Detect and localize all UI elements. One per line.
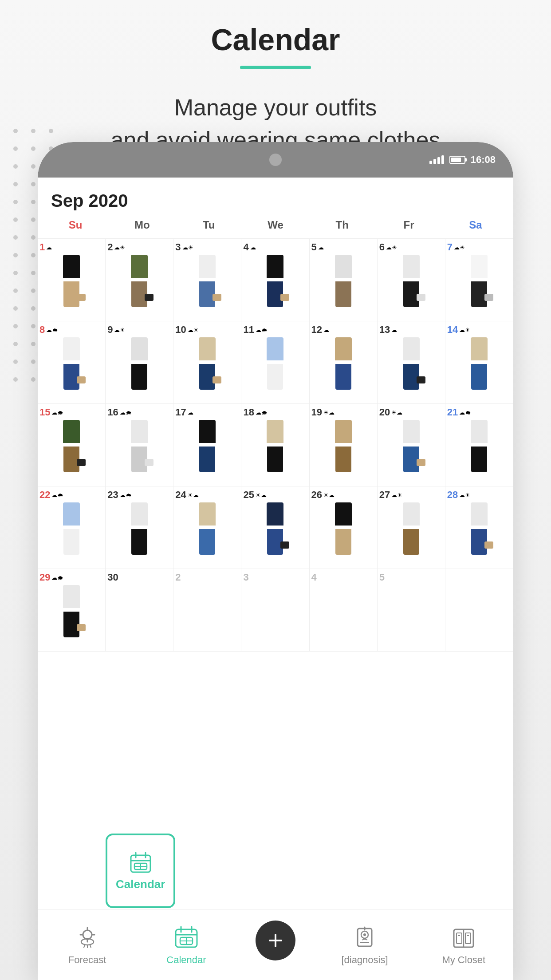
calendar-day-cell[interactable]: 9☁☀	[106, 321, 173, 403]
calendar-icon	[173, 924, 200, 951]
outfit-top	[131, 502, 148, 526]
calendar-day-cell[interactable]: 2	[173, 569, 241, 651]
calendar-day-cell[interactable]: 24☀☁	[173, 486, 241, 569]
nav-item-closet[interactable]: My Closet	[414, 924, 513, 966]
nav-label-calendar: Calendar	[166, 954, 206, 966]
cell-date-number: 10	[175, 324, 186, 336]
cell-weather: ☁🌧	[120, 409, 131, 416]
svg-rect-25	[457, 933, 462, 944]
svg-line-8	[90, 945, 91, 948]
cell-weather: ☁	[46, 244, 52, 251]
svg-line-6	[84, 945, 85, 948]
outfit-bottom	[131, 364, 147, 390]
cell-weather: ☁	[188, 409, 193, 416]
calendar-day-cell[interactable]: 11☁🌧	[241, 321, 309, 403]
cell-date-number: 6	[379, 241, 385, 253]
outfit-visualization	[124, 255, 154, 307]
calendar-day-cell[interactable]: 8☁🌧	[38, 321, 106, 403]
cell-date-number: 16	[107, 407, 118, 418]
calendar-day-cell[interactable]: 1☁	[38, 239, 106, 321]
cell-weather: ☀☁	[188, 492, 199, 498]
weekday-sa: Sa	[442, 215, 509, 235]
calendar-day-cell[interactable]: 18☁🌧	[241, 404, 309, 486]
calendar-day-cell[interactable]: 4	[310, 569, 378, 651]
outfit-bottom	[267, 447, 283, 472]
calendar-week-2: 8☁🌧9☁☀10☁☀11☁🌧12☁13☁14☁☀	[38, 321, 513, 404]
cell-date-number: 11	[243, 324, 254, 336]
add-button[interactable]	[256, 921, 295, 960]
outfit-visualization	[396, 502, 426, 555]
calendar-week-1: 1☁2☁☀3☁☀4☁5☁6☁☀7☁☀	[38, 239, 513, 321]
outfit-top	[471, 420, 488, 443]
nav-item-calendar[interactable]: Calendar	[137, 924, 236, 966]
cell-date-number: 25	[243, 489, 254, 501]
cell-date-number: 2	[107, 241, 113, 253]
outfit-visualization	[464, 420, 494, 472]
title-area: Calendar Manage your outfits and avoid w…	[0, 22, 551, 156]
calendar-day-cell[interactable]: 15☁🌧	[38, 404, 106, 486]
nav-item-add[interactable]	[236, 921, 315, 969]
calendar-day-cell[interactable]: 5☁	[310, 239, 378, 321]
closet-icon	[450, 924, 477, 951]
calendar-day-cell[interactable]: 22☁🌧	[38, 486, 106, 569]
cell-weather: ☁🌧	[256, 409, 267, 416]
forecast-icon	[74, 924, 101, 951]
calendar-day-cell[interactable]: 3	[241, 569, 309, 651]
calendar-day-cell[interactable]: 27☁☀	[378, 486, 445, 569]
calendar-day-cell[interactable]: 4☁	[241, 239, 309, 321]
nav-item-forecast[interactable]: Forecast	[38, 924, 137, 966]
calendar-day-cell[interactable]: 16☁🌧	[106, 404, 173, 486]
outfit-bottom	[403, 529, 419, 555]
outfit-top	[63, 420, 80, 443]
cell-date-number: 5	[311, 241, 317, 253]
calendar-week-4: 22☁🌧23☁🌧24☀☁25☀☁26☀☁27☁☀28☁☀	[38, 486, 513, 569]
calendar-day-cell[interactable]: 7☁☀	[445, 239, 513, 321]
calendar-day-cell[interactable]: 12☁	[310, 321, 378, 403]
cell-date-number: 8	[39, 324, 45, 336]
calendar-day-cell[interactable]: 3☁☀	[173, 239, 241, 321]
weekday-th: Th	[309, 215, 375, 235]
outfit-bag	[280, 541, 289, 549]
outfit-bag	[77, 376, 86, 383]
cell-weather: ☁☀	[391, 492, 402, 498]
calendar-day-cell[interactable]: 5	[378, 569, 445, 651]
calendar-day-cell[interactable]: 14☁☀	[445, 321, 513, 403]
calendar-day-cell[interactable]: 21☁🌧	[445, 404, 513, 486]
calendar-day-cell[interactable]: 20☀☁	[378, 404, 445, 486]
calendar-day-cell[interactable]: 13☁	[378, 321, 445, 403]
calendar-day-cell[interactable]: 10☁☀	[173, 321, 241, 403]
calendar-day-cell[interactable]: 29☁🌧	[38, 569, 106, 651]
outfit-bottom	[131, 529, 147, 555]
cell-date-number: 15	[39, 407, 50, 418]
cell-date-number: 30	[107, 572, 118, 583]
cell-weather: ☀☁	[256, 492, 267, 498]
calendar-day-cell[interactable]: 23☁🌧	[106, 486, 173, 569]
nav-item-diagnosis[interactable]: [diagnosis]	[315, 924, 414, 966]
cell-date-number: 3	[175, 241, 181, 253]
cell-date-number: 3	[243, 572, 248, 583]
cell-date-number: 26	[311, 489, 322, 501]
outfit-top	[199, 337, 216, 360]
outfit-top	[63, 337, 80, 360]
calendar-day-cell[interactable]: 19☀☁	[310, 404, 378, 486]
outfit-visualization	[124, 502, 154, 555]
cell-date-number: 19	[311, 407, 322, 418]
calendar-day-cell[interactable]: 2☁☀	[106, 239, 173, 321]
cell-date-number: 24	[175, 489, 186, 501]
outfit-top	[267, 337, 283, 360]
weekday-we: We	[242, 215, 309, 235]
calendar-day-cell[interactable]	[445, 569, 513, 651]
cell-date-number: 2	[175, 572, 181, 583]
calendar-day-cell[interactable]: 26☀☁	[310, 486, 378, 569]
cell-date-number: 28	[447, 489, 458, 501]
calendar-day-cell[interactable]: 6☁☀	[378, 239, 445, 321]
calendar-day-cell[interactable]: 25☀☁	[241, 486, 309, 569]
outfit-bottom	[471, 364, 487, 390]
calendar-day-cell[interactable]: 28☁☀	[445, 486, 513, 569]
cell-weather: ☁🌧	[256, 327, 267, 333]
outfit-top	[335, 255, 352, 278]
outfit-bag	[77, 624, 86, 631]
calendar-day-cell[interactable]: 30	[106, 569, 173, 651]
calendar-day-cell[interactable]: 17☁	[173, 404, 241, 486]
signal-icon	[429, 155, 444, 164]
